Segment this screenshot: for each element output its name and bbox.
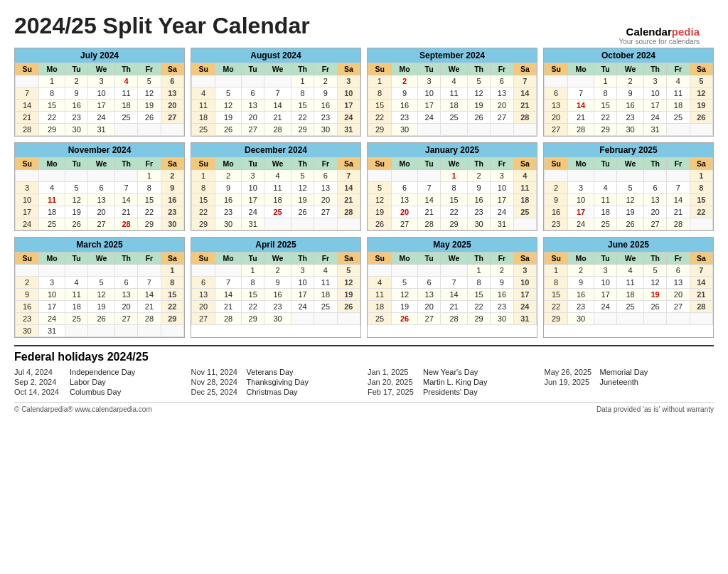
day-cell: 23: [161, 206, 183, 218]
day-cell: 20: [491, 100, 513, 112]
footer-left: © Calendarpedia® www.calendarpedia.com: [14, 405, 152, 413]
day-header-mo: Mo: [568, 63, 594, 75]
day-cell: 1: [291, 75, 314, 87]
day-cell: 30: [568, 313, 594, 325]
day-cell: 29: [594, 124, 616, 136]
day-cell: 20: [192, 301, 215, 313]
day-cell: 21: [690, 289, 712, 301]
day-cell: 13: [417, 289, 440, 301]
day-cell: 19: [392, 301, 418, 313]
day-cell: 19: [337, 289, 360, 301]
week-row: 18192021222324: [368, 301, 537, 313]
day-cell: 14: [513, 87, 536, 100]
day-cell: [314, 218, 337, 230]
day-cell: 8: [192, 182, 215, 194]
day-cell: [690, 124, 712, 136]
day-cell: 31: [491, 218, 513, 230]
day-cell: [192, 75, 215, 87]
day-cell: 24: [16, 218, 39, 230]
month-header: December 2024: [191, 143, 360, 157]
day-cell: 10: [39, 289, 65, 301]
day-cell: [39, 265, 65, 277]
month-march-2025: March 2025SuMoTuWeThFrSa1234567891011121…: [14, 237, 185, 338]
day-cell: 22: [441, 206, 468, 218]
day-cell: 10: [16, 194, 39, 206]
day-cell: 23: [264, 301, 291, 313]
holiday-entry: Jan 1, 2025New Year's Day: [368, 368, 537, 376]
day-cell: 4: [594, 182, 616, 194]
day-cell: 22: [241, 301, 264, 313]
day-cell: 30: [491, 313, 513, 325]
holiday-entry: Jun 19, 2025Juneteenth: [545, 378, 714, 386]
day-cell: 26: [643, 301, 666, 313]
day-cell: 22: [192, 206, 215, 218]
day-cell: 26: [392, 313, 418, 325]
week-row: 20212223242526: [545, 112, 713, 124]
day-cell: 14: [337, 182, 360, 194]
day-cell: 22: [138, 206, 161, 218]
day-cell: 28: [667, 218, 690, 230]
day-cell: 13: [241, 100, 264, 112]
day-header-fr: Fr: [314, 253, 337, 265]
holiday-entry: Dec 25, 2024Christmas Day: [191, 388, 361, 396]
day-cell: 31: [513, 313, 536, 325]
day-cell: 13: [545, 100, 568, 112]
day-cell: 13: [161, 87, 183, 100]
day-header-we: We: [617, 253, 644, 265]
day-cell: 17: [241, 194, 264, 206]
day-cell: 21: [417, 206, 440, 218]
day-header-th: Th: [114, 63, 137, 75]
day-header-su: Su: [368, 253, 392, 265]
week-row: 16171819202122: [545, 206, 713, 218]
day-cell: 18: [114, 100, 137, 112]
day-header-we: We: [264, 63, 291, 75]
day-cell: [545, 170, 568, 182]
day-header-su: Su: [192, 158, 215, 170]
day-header-tu: Tu: [417, 158, 440, 170]
day-cell: 1: [441, 170, 468, 182]
week-row: 232425262728: [545, 218, 713, 230]
day-cell: 16: [491, 289, 513, 301]
day-header-sa: Sa: [161, 253, 183, 265]
day-cell: 25: [441, 112, 468, 124]
day-cell: 26: [337, 301, 360, 313]
day-header-tu: Tu: [65, 158, 87, 170]
day-cell: 7: [337, 170, 360, 182]
day-header-mo: Mo: [568, 253, 594, 265]
day-cell: [264, 75, 291, 87]
day-header-fr: Fr: [667, 63, 690, 75]
holiday-column-1: Nov 11, 2024Veterans DayNov 28, 2024Than…: [191, 368, 361, 396]
day-cell: 13: [314, 182, 337, 194]
week-row: 11121314151617: [368, 289, 537, 301]
day-cell: 25: [368, 313, 392, 325]
day-cell: 13: [667, 277, 690, 289]
week-row: 3456789: [16, 182, 184, 194]
day-cell: 25: [264, 206, 291, 218]
day-header-fr: Fr: [491, 253, 513, 265]
day-header-su: Su: [16, 253, 39, 265]
week-row: 15161718192021: [192, 194, 360, 206]
holiday-name: Memorial Day: [600, 368, 648, 376]
day-cell: 28: [690, 301, 712, 313]
day-cell: 2: [467, 170, 490, 182]
week-row: 3031: [16, 325, 184, 337]
day-header-th: Th: [114, 158, 137, 170]
day-cell: 17: [594, 289, 616, 301]
day-header-sa: Sa: [513, 253, 536, 265]
month-header: July 2024: [15, 48, 184, 63]
month-header: January 2025: [368, 143, 537, 157]
day-cell: [291, 313, 314, 325]
day-cell: [690, 313, 712, 325]
day-header-fr: Fr: [314, 63, 337, 75]
day-cell: 15: [39, 100, 65, 112]
day-cell: 28: [138, 313, 161, 325]
day-cell: 16: [161, 194, 183, 206]
day-cell: 15: [138, 194, 161, 206]
day-cell: 9: [314, 87, 337, 100]
day-cell: [617, 170, 644, 182]
day-cell: 17: [643, 100, 666, 112]
day-cell: 15: [467, 289, 490, 301]
day-cell: 8: [594, 87, 616, 100]
day-cell: [643, 170, 666, 182]
day-cell: 7: [16, 87, 39, 100]
